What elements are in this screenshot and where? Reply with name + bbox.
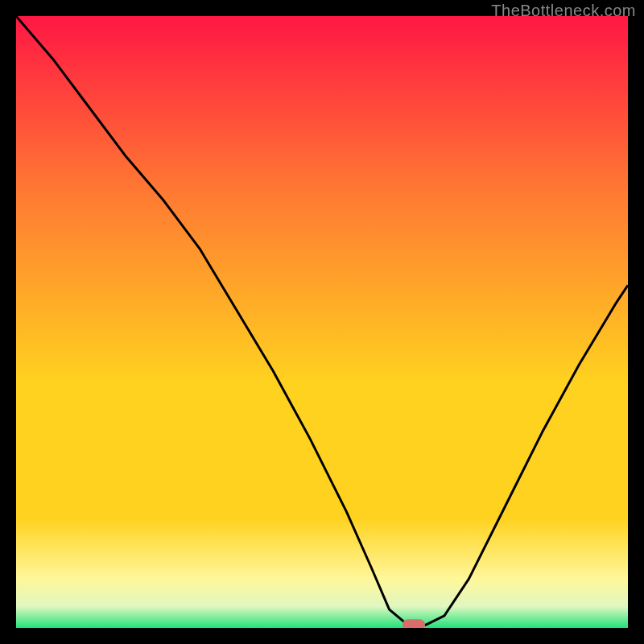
gradient-background	[16, 16, 628, 628]
watermark-text: TheBottleneck.com	[491, 2, 636, 20]
chart-frame: TheBottleneck.com	[0, 0, 644, 644]
optimal-marker	[402, 619, 425, 628]
bottleneck-chart	[16, 16, 628, 628]
